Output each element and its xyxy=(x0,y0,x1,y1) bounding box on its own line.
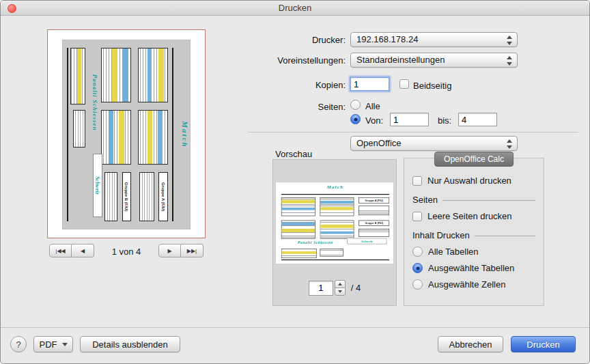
sheet-title: Match xyxy=(277,184,394,189)
prev-page-button[interactable]: ◀ xyxy=(72,244,94,257)
sheet-table xyxy=(359,206,389,215)
printer-popup-value: 192.168.178.24 xyxy=(356,34,418,44)
vorschau-title: Vorschau xyxy=(275,149,312,159)
sheet-penalty-label: Panalti Schiessen xyxy=(291,240,340,244)
sheet-table xyxy=(138,48,169,102)
next-page-button[interactable]: ▶ xyxy=(158,244,181,257)
only-selection-label: Nur Auswahl drucken xyxy=(427,176,511,186)
pages-to-label: bis: xyxy=(438,115,451,126)
pages-range-radio[interactable] xyxy=(350,114,361,124)
print-button[interactable]: Drucken xyxy=(511,336,576,352)
copies-label: Kopien: xyxy=(233,80,346,90)
page-stepper xyxy=(335,280,346,296)
sheet-table xyxy=(281,197,315,216)
sheet-group-b-label: Gruppe B (F/U) xyxy=(359,220,389,226)
selected-cells-radio[interactable] xyxy=(412,279,423,290)
sheet-table xyxy=(73,110,86,148)
details-toggle-button[interactable]: Details ausblenden xyxy=(80,336,180,352)
duplex-checkbox[interactable] xyxy=(399,79,409,89)
popup-arrows-icon xyxy=(506,36,513,45)
print-dialog: Drucken Match Gruppe A (F/U) Gruppe B (F… xyxy=(0,0,590,364)
vorschau-panel: Match Gruppe A (F/U) Gruppe B (F/U) Schw… xyxy=(272,159,397,306)
caption-rule xyxy=(475,236,535,236)
sheet-table xyxy=(101,48,132,102)
duplex-label: Beidseitig xyxy=(413,81,451,91)
sheet-divider xyxy=(172,48,173,221)
stepper-down-button[interactable] xyxy=(335,288,346,296)
content-group-label: Inhalt Drucken xyxy=(412,230,470,240)
pager-back-group: |◀◀ ◀ xyxy=(49,244,94,257)
sheet-country-label: Schweiz xyxy=(347,238,387,244)
page-total-label: / 4 xyxy=(351,283,361,293)
first-page-button[interactable]: |◀◀ xyxy=(49,244,72,257)
print-preview: Match Gruppe A (F/U) Gruppe B (F/U) Schw… xyxy=(47,29,206,238)
caption-rule xyxy=(442,200,535,201)
arrow-up-icon xyxy=(338,283,342,285)
sheet-table xyxy=(101,110,132,165)
page-from-input[interactable] xyxy=(390,113,429,126)
printer-label: Drucker: xyxy=(233,35,346,45)
sheet-title: Match xyxy=(181,40,189,229)
pdf-menu-button[interactable]: PDF xyxy=(33,336,73,352)
pages-all-radio[interactable] xyxy=(350,100,361,110)
chevron-down-icon xyxy=(62,343,68,346)
presets-popup[interactable]: Standardeinstellungen xyxy=(350,53,518,68)
footer-divider xyxy=(1,327,589,328)
arrow-down-icon xyxy=(338,290,342,293)
pdf-label: PDF xyxy=(40,339,57,350)
pages-all-label: Alle xyxy=(365,101,380,111)
pager-forward-group: ▶ ▶▶| xyxy=(158,244,203,257)
page-to-input[interactable] xyxy=(458,113,497,126)
selected-tables-label: Ausgewählte Tabellen xyxy=(428,263,514,273)
sheet-table xyxy=(138,110,169,165)
help-button[interactable]: ? xyxy=(10,336,27,352)
presets-label: Voreinstellungen: xyxy=(233,55,346,66)
sheet-table xyxy=(281,249,317,258)
blank-pages-checkbox[interactable] xyxy=(412,212,422,221)
app-section-popup[interactable]: OpenOffice xyxy=(350,136,518,151)
popup-arrows-icon xyxy=(506,56,513,66)
section-divider xyxy=(248,132,578,132)
selected-tables-radio[interactable] xyxy=(412,263,423,273)
calc-options-panel: OpenOffice Calc Nur Auswahl drucken Seit… xyxy=(404,158,544,306)
content-group-caption: Inhalt Drucken xyxy=(412,230,535,240)
sheet-table xyxy=(104,172,117,221)
sheet-group-a-label: Gruppe A (F/U) xyxy=(158,172,168,221)
only-selection-checkbox[interactable] xyxy=(412,176,422,186)
stepper-up-button[interactable] xyxy=(335,280,346,288)
copies-input[interactable] xyxy=(350,77,389,91)
sheet-table xyxy=(70,48,85,104)
pages-group-label: Seiten xyxy=(412,195,438,205)
app-section-popup-value: OpenOffice xyxy=(356,138,402,148)
pages-from-label: Von: xyxy=(365,115,383,126)
vorschau-page-thumbnail: Match Gruppe A (F/U) Gruppe B (F/U) Schw… xyxy=(275,182,394,264)
printer-popup[interactable]: 192.168.178.24 xyxy=(350,32,518,47)
all-tables-radio[interactable] xyxy=(412,247,423,257)
all-tables-label: Alle Tabellen xyxy=(428,247,478,257)
presets-popup-value: Standardeinstellungen xyxy=(356,55,445,65)
pages-group-caption: Seiten xyxy=(412,195,535,205)
sheet-divider xyxy=(281,260,389,260)
popup-arrows-icon xyxy=(506,139,513,149)
blank-pages-label: Leere Seiten drucken xyxy=(427,211,512,221)
sheet-table xyxy=(359,229,389,237)
last-page-button[interactable]: ▶▶| xyxy=(181,244,203,257)
sheet-table xyxy=(281,220,315,239)
sheet-table xyxy=(320,197,354,216)
sheet-group-b-label: Gruppe B (F/U) xyxy=(122,172,132,221)
sheet-table xyxy=(320,249,343,257)
preview-page-input[interactable] xyxy=(309,281,333,296)
sheet-country-label: Schweiz xyxy=(93,153,102,217)
vorschau-pager: / 4 xyxy=(273,280,396,296)
preview-sheet-rotated: Match Gruppe A (F/U) Gruppe B (F/U) Schw… xyxy=(63,40,190,229)
sheet-table xyxy=(139,172,154,221)
window-title: Drucken xyxy=(1,3,589,13)
calc-options-tab: OpenOffice Calc xyxy=(434,152,514,167)
cancel-button[interactable]: Abbrechen xyxy=(438,336,503,352)
sheet-table xyxy=(320,220,354,239)
pages-label: Seiten: xyxy=(233,102,346,112)
sheet-divider xyxy=(281,194,389,195)
titlebar: Drucken xyxy=(1,1,589,16)
selected-cells-label: Ausgewählte Zellen xyxy=(428,279,505,290)
sheet-divider xyxy=(67,48,68,221)
